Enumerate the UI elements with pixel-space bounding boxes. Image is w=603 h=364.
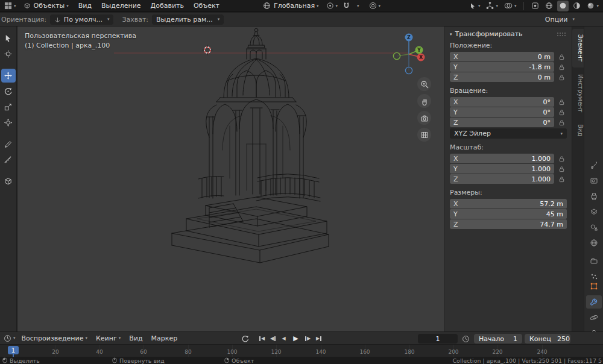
orientation-default-dropdown[interactable]: По умолч... ▾ (50, 14, 114, 25)
proportional-circle-icon (369, 2, 377, 10)
menu-object[interactable]: Объект (189, 0, 224, 12)
lock-icon[interactable] (557, 154, 567, 163)
rotation-z-field[interactable]: Z0° (450, 118, 554, 127)
menu-timeline-view[interactable]: Вид (125, 332, 147, 344)
prev-keyframe-button[interactable]: ◀ (268, 333, 278, 344)
shading-solid-button[interactable] (557, 1, 569, 11)
tool-rotate[interactable] (1, 84, 16, 98)
panel-grip-icon[interactable] (557, 33, 559, 34)
gizmo-x-ball[interactable]: X (417, 54, 425, 61)
rotation-x-field[interactable]: X0° (450, 97, 554, 107)
tab-item[interactable]: Элемент (572, 29, 584, 67)
wireframe-model[interactable] (172, 28, 329, 263)
sync-icon[interactable] (240, 333, 250, 344)
tool-transform[interactable] (1, 116, 16, 130)
gizmo-z-ball[interactable]: Z (405, 34, 413, 42)
play-button[interactable]: ▶ (289, 333, 302, 344)
tab-view[interactable]: Вид (572, 119, 584, 142)
tool-select-box[interactable] (1, 31, 16, 45)
selectability-dropdown[interactable]: ▾ (467, 1, 482, 11)
start-label: Начало (479, 335, 504, 343)
overlays-dropdown[interactable]: ▾ (502, 1, 519, 11)
viewport-3d[interactable]: Пользовательская перспектива (1) Collect… (17, 27, 444, 331)
dimensions-y-field[interactable]: Y45 m (450, 209, 567, 219)
menu-select[interactable]: Выделение (97, 0, 145, 12)
transform-panel-header[interactable]: ▾ Трансформировать (450, 30, 567, 38)
snap-toggle[interactable] (341, 1, 352, 11)
properties-tab-physics[interactable] (586, 311, 602, 324)
play-reverse-button[interactable]: ◀ (279, 333, 289, 344)
current-frame-field[interactable]: 1 (418, 334, 458, 344)
playhead[interactable]: 1 (8, 346, 19, 354)
lock-icon[interactable] (557, 107, 567, 117)
scale-y-field[interactable]: Y1.000 (450, 164, 554, 174)
rotation-mode-dropdown[interactable]: XYZ Эйлер ▾ (450, 128, 567, 139)
zoom-icon[interactable] (417, 77, 431, 91)
lock-icon[interactable] (557, 62, 567, 72)
menu-playback[interactable]: Воспроизведение▾ (17, 332, 92, 344)
tool-annotate[interactable] (1, 137, 16, 151)
next-keyframe-button[interactable]: ▶ (303, 333, 313, 344)
options-dropdown[interactable]: Опции ▾ (541, 14, 579, 25)
xray-toggle[interactable] (529, 1, 541, 11)
snap-settings-dropdown[interactable]: ▾ (353, 1, 361, 11)
properties-tab-render[interactable] (586, 174, 602, 187)
gizmo-neg-z-ball[interactable] (405, 67, 412, 74)
dimensions-x-field[interactable]: X57.2 m (450, 199, 567, 209)
shading-rendered-button[interactable]: ▾ (585, 1, 601, 11)
location-x-field[interactable]: X0 m (450, 52, 554, 61)
dimensions-z-field[interactable]: Z74.7 m (450, 219, 567, 229)
lock-icon[interactable] (557, 174, 567, 184)
tool-measure[interactable] (1, 153, 16, 167)
navigation-gizmo[interactable]: Z Y X (391, 31, 428, 77)
properties-tab-world[interactable] (586, 236, 602, 249)
scale-z-field[interactable]: Z1.000 (450, 174, 554, 184)
jump-to-end-button[interactable]: ▶ (314, 333, 324, 344)
tool-add-cube[interactable] (1, 175, 16, 189)
proportional-editing-toggle[interactable]: ▾ (367, 1, 383, 11)
properties-tab-tool[interactable] (586, 158, 602, 171)
properties-tab-output[interactable] (586, 189, 602, 202)
tool-scale[interactable] (1, 100, 16, 114)
frame-start-field[interactable]: Начало1 (474, 334, 522, 344)
properties-tab-scene[interactable] (586, 221, 602, 234)
location-z-field[interactable]: Z0 m (450, 72, 554, 82)
lock-icon[interactable] (557, 118, 567, 127)
tool-cursor[interactable] (1, 47, 16, 61)
tab-tool[interactable]: Инструмент (572, 69, 584, 118)
menu-add[interactable]: Добавить (147, 0, 188, 12)
lock-icon[interactable] (557, 52, 567, 61)
timeline-editor-type-button[interactable]: ▾ (2, 333, 17, 344)
properties-tab-modifiers[interactable] (586, 295, 602, 309)
menu-view[interactable]: Вид (74, 0, 96, 12)
properties-tab-collection[interactable] (586, 254, 602, 268)
jump-to-start-button[interactable]: ◀ (257, 333, 267, 344)
rotation-y-field[interactable]: Y0° (450, 107, 554, 117)
gizmos-dropdown[interactable]: ▾ (484, 1, 500, 11)
pivot-point-dropdown[interactable]: ▾ (324, 1, 340, 11)
shading-material-button[interactable] (571, 1, 582, 11)
lock-icon[interactable] (557, 164, 567, 174)
shading-wireframe-button[interactable] (543, 1, 555, 11)
scale-x-field[interactable]: X1.000 (450, 154, 554, 163)
tool-move[interactable] (1, 69, 16, 83)
menu-keying[interactable]: Кеинг▾ (92, 332, 125, 344)
preview-range-clock-icon[interactable] (460, 333, 472, 344)
gizmo-neg-y-ball[interactable] (393, 52, 400, 59)
mode-dropdown[interactable]: Объекты ▾ (19, 0, 73, 12)
location-y-field[interactable]: Y-1.8 m (450, 62, 554, 72)
lock-icon[interactable] (557, 72, 567, 82)
timeline-ruler[interactable]: 20 40 60 80 100 120 140 160 180 200 220 … (0, 344, 603, 357)
pan-hand-icon[interactable] (417, 94, 431, 108)
properties-tab-object[interactable] (586, 280, 602, 293)
transform-orientation-dropdown[interactable]: Глобальная ▾ (259, 0, 323, 12)
frame-end-field[interactable]: Конец250 (525, 334, 570, 344)
properties-tab-viewlayer[interactable] (586, 205, 602, 218)
editor-type-button[interactable]: ▾ (2, 1, 18, 11)
gizmo-y-ball[interactable]: Y (415, 46, 423, 54)
snap-target-dropdown[interactable]: Выделить рам... ▾ (152, 14, 224, 25)
camera-view-icon[interactable] (417, 111, 431, 125)
lock-icon[interactable] (557, 97, 567, 107)
menu-marker[interactable]: Маркер (147, 332, 182, 344)
ortho-grid-icon[interactable] (417, 128, 431, 142)
